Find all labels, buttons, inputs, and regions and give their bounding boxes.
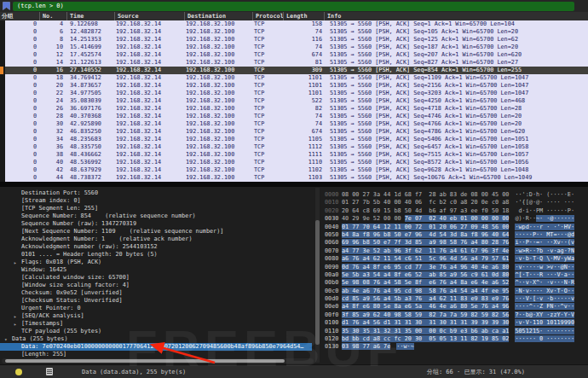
collapse-icon[interactable]: ▾ [4,335,8,343]
hex-row-00f0[interactable]: 00f03f 85 a9 62 40 98 58 59 82 7a 7a 59 … [325,311,588,319]
details-horizontal-scrollbar[interactable] [2,358,314,363]
hex-bytes[interactable]: 40 29 9e 52 00 00 7e 07 02 40 eb 01 00 0… [342,215,509,223]
hex-bytes[interactable]: 03 98 77 a6 7e [342,343,390,351]
detail-row[interactable]: ▸[Timestamps] [0,320,312,328]
column-header-protocol[interactable]: Protocol [252,12,283,20]
column-header-source[interactable]: Source [114,12,184,20]
packet-row-4[interactable]: 049.122698192.168.32.14192.168.32.100TCP… [5,20,588,28]
detail-row[interactable]: [Checksum Status: Unverified] [0,297,312,305]
hex-row-0100[interactable]: 0100d1 76 a4 56 d1 31 31 30 31 30 31 31 … [325,319,588,327]
hex-row-0080[interactable]: 0080a6 76 a4 62 11 54 c6 51 5c 96 4d 56 … [325,255,588,263]
detail-row[interactable]: [Window size scaling factor: 4] [0,282,312,289]
hex-bytes[interactable]: 35 30 35 31 32 31 35 00 00 0c b9 e3 b6 a… [342,328,509,335]
capture-file-icon[interactable] [46,368,53,375]
detail-row[interactable]: ▸Flags: 0x018 (PSH, ACK) [0,259,312,266]
hex-bytes[interactable]: 3f 85 a9 62 40 98 58 59 82 7a 7a 59 82 5… [342,311,509,319]
ascii-bytes[interactable]: ·wpd···r · ·'·HV· [515,224,574,231]
packet-row-36[interactable]: 03648.335750192.168.32.14192.168.32.100T… [5,143,588,151]
detail-row[interactable]: ▾Data (255 bytes) [0,335,312,343]
hex-bytes[interactable]: b4 8a f8 96 b8 50 e7 96 4d 54 3d 8a f8 9… [342,231,509,239]
hex-bytes[interactable]: a4 77 3e 52 ab 96 3f 62 11 76 a4 61 67 9… [342,247,509,255]
detail-row[interactable]: Sequence Number (raw): 1347270319 [0,220,312,228]
packet-row-40[interactable]: 04048.536992192.168.32.14192.168.32.100T… [5,159,588,166]
hex-row-00e0[interactable]: 00e0a4 8f e6 80 5e 8a e6 5a 46 4e a6 80 … [325,303,588,311]
column-header-destination[interactable]: Destination [184,12,252,20]
hex-row-0070[interactable]: 0070a4 77 3e 52 ab 96 3f 62 11 76 a4 61 … [325,247,588,255]
hex-row-0030[interactable]: 003040 29 9e 52 00 00 7e 07 02 40 eb 01 … [325,215,588,223]
ascii-bytes[interactable]: ^··v·X^· ·v···N·R [515,279,574,287]
detail-row[interactable]: [Length: 255] [0,351,312,358]
hex-row-0060[interactable]: 006069 96 b8 50 e7 7f 3d 85 a9 98 58 76 … [325,239,588,247]
hex-row-0110[interactable]: 011035 30 35 31 32 31 35 00 00 0c b9 e3 … [325,328,588,335]
detail-row[interactable]: Destination Port: 5560 [0,189,312,197]
details-hscroll-thumb[interactable] [5,359,285,363]
hex-row-0010[interactable]: 001001 27 7b 5b 40 00 40 06 fc b2 c0 a8 … [325,199,588,206]
hex-bytes[interactable]: 08 00 27 3a 44 1d 68 f7 28 ab 83 de 08 0… [342,191,509,199]
hex-bytes[interactable]: 69 96 b8 50 e7 7f 3d 85 a9 98 58 76 a4 8… [342,239,509,247]
ascii-bytes[interactable]: ·····P·· MT=···@d [515,231,574,239]
ascii-bytes[interactable]: d·i··PM ······P· [515,207,574,215]
hex-row-0090[interactable]: 00900d 76 a4 8f e6 95 cd 77 3e 76 a4 96 … [325,264,588,271]
ascii-bytes[interactable]: ··':D·h· (·····E· [515,191,574,199]
packet-row-8[interactable]: 0814.251353192.168.32.14192.168.32.100TC… [5,36,588,44]
hex-row-00c0[interactable]: 00c0ab 4e a6 76 a4 95 cd 98 58 76 a4 54 … [325,288,588,295]
packet-row-16[interactable]: 01627.140552192.168.32.14192.168.32.100T… [5,67,588,74]
ascii-bytes[interactable]: ·N·v···· Xv·T·O·· [515,288,574,295]
packet-row-34[interactable]: 03448.235683192.168.32.14192.168.32.100T… [5,136,588,143]
ascii-bytes[interactable]: ·w>R··?b ·v·ag·?N [515,247,574,255]
detail-row[interactable]: Acknowledgment number (raw): 2544103152 [0,243,312,251]
expand-icon[interactable]: ▸ [14,312,17,320]
packet-row-20[interactable]: 02034.873657192.168.32.14192.168.32.100T… [5,82,588,90]
ascii-bytes[interactable]: ··w·~ [396,343,413,351]
detail-row[interactable]: [Next Sequence Number: 1109 (relative se… [0,228,312,236]
packet-row-44[interactable]: 04448.738372192.168.32.14192.168.32.100T… [5,174,588,182]
hex-row-0020[interactable]: 002020 64 c8 69 15 b8 50 4d b6 af 97 a3 … [325,207,588,215]
hex-row-0000[interactable]: 000008 00 27 3a 44 1d 68 f7 28 ab 83 de … [325,191,588,199]
packet-row-24[interactable]: 02435.083039192.168.32.14192.168.32.100T… [5,97,588,105]
ascii-bytes[interactable]: ···V·[·v ·b·····v [515,295,574,303]
column-header-info[interactable]: Info [324,12,588,20]
detail-row[interactable]: 0101 .... = Header Length: 20 bytes (5) [0,251,312,259]
packet-row-30[interactable]: 03042.925890192.168.32.14192.168.32.100T… [5,120,588,128]
ascii-bytes[interactable]: ·'{[@·@· ···· ··· [515,199,574,206]
detail-row[interactable]: Acknowledgment Number: 1 (relative ack n… [0,236,312,243]
column-header-group[interactable]: 分组 [0,12,39,20]
detail-row[interactable]: Data: 7e070240eb010000000000017770641211… [0,343,312,351]
hex-bytes[interactable]: ab 4e a6 76 a4 95 cd 98 58 76 a4 54 a4 4… [342,288,509,295]
hex-row-0130[interactable]: 013003 98 77 a6 7e··w·~ [325,343,588,351]
column-header-time[interactable]: Time [66,12,114,20]
expert-info-icon[interactable] [15,369,22,375]
detail-row[interactable]: Sequence Number: 854 (relative sequence … [0,212,312,220]
hex-bytes[interactable]: a4 8f e6 80 5e 8a e6 5a 46 4e a6 80 5e 7… [342,303,509,311]
expand-icon[interactable]: ▸ [14,259,17,266]
hex-bytes[interactable]: 0d 76 a4 8f e6 95 cd 77 3e 76 a4 96 40 4… [342,264,509,271]
detail-row[interactable]: ▸[SEQ/ACK analysis] [0,312,312,320]
details-vertical-scrollbar[interactable] [315,188,320,363]
packet-row-12[interactable]: 01217.452574192.168.32.14192.168.32.100T… [5,51,588,59]
hex-bytes[interactable]: 5e 98 08 76 a4 58 5e 8f e6 76 a4 8a e6 4… [342,279,509,287]
packet-row-38[interactable]: 03848.436662192.168.32.14192.168.32.100T… [5,151,588,159]
ascii-bytes[interactable]: ?··b@·XY ·zzY·Y·V [515,311,574,319]
ascii-bytes[interactable]: ······ 0 ········ [515,335,574,343]
hex-bytes[interactable]: 5e 5b a3 54 a4 8f e6 52 ab 85 a9 56 c9 6… [342,271,509,279]
details-vscroll-thumb[interactable] [315,220,320,345]
hex-row-00d0[interactable]: 00d0cd 85 a9 56 a4 5b a3 76 a4 62 11 83 … [325,295,588,303]
detail-row[interactable]: Urgent Pointer: 0 [0,305,312,312]
detail-row[interactable]: [TCP Segment Len: 255] [0,205,312,212]
packet-row-26[interactable]: 02636.697176192.168.32.14192.168.32.100T… [5,105,588,113]
hex-bytes[interactable]: bd bb cd a8 cc fc 20 30 05 05 13 11 82 1… [342,335,509,343]
ascii-bytes[interactable]: ^[·T···R ···V·a·· [515,271,574,279]
packet-row-28[interactable]: 02840.370368192.168.32.14192.168.32.100T… [5,113,588,120]
hex-row-00b0[interactable]: 00b05e 98 08 76 a4 58 5e 8f e6 76 a4 8a … [325,279,588,287]
hex-bytes[interactable]: 01 77 70 64 12 11 00 72 01 20 06 27 09 4… [342,224,509,231]
ascii-bytes[interactable]: @)·R··~· ·@······ [515,215,574,223]
ascii-bytes[interactable]: ·v·····w >v··@N·· [515,264,574,271]
packet-row-22[interactable]: 02234.977505192.168.32.14192.168.32.100T… [5,90,588,97]
column-header-length[interactable]: Length [283,12,324,20]
filter-bookmark-icon[interactable] [3,2,10,10]
detail-row[interactable]: [Calculated window size: 65700] [0,274,312,282]
detail-row[interactable]: TCP payload (255 bytes) [0,328,312,335]
display-filter-input[interactable]: (tcp.len > 0) [13,2,574,11]
hex-row-0040[interactable]: 004001 77 70 64 12 11 00 72 01 20 06 27 … [325,224,588,231]
column-header-no[interactable]: No. [39,12,66,20]
